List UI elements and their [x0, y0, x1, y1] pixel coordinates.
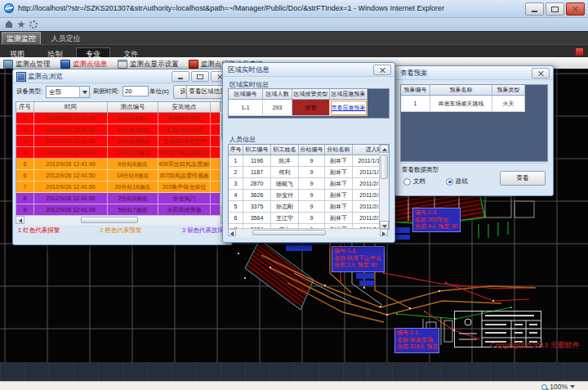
unit-label: 单位(s): [149, 87, 169, 96]
zoom-level: 100%: [550, 383, 568, 390]
plan-view-panel: 查看预案 预案编号预案名称预案类型 1 井底车场避灾路线 火灾 查看数据类型 文…: [394, 65, 554, 196]
region-tooltip-pit-bottom: 编号:1-1 名称:井底车场 当前:318人 预定:: [394, 328, 439, 353]
scroll-left-icon[interactable]: [230, 231, 234, 236]
table-row[interactable]: 22012/9/26 12:41:5013分站7测点主扇2号机开停开: [16, 124, 230, 136]
region-alarm-badge: 报警: [292, 100, 330, 116]
area-realtime-panel: 区域实时信息 区域实时信息 区域编号区域人数 区域报警类型区域应急预案 1-1 …: [222, 62, 395, 243]
scroll-left-icon[interactable]: [19, 218, 22, 223]
chevron-down-icon[interactable]: [79, 87, 89, 97]
copyright-text: Copyright@2013 元图软件: [490, 340, 580, 351]
legend-alarm: 1 红色代表报警: [18, 226, 60, 235]
device-type-label: 设备类型:: [16, 87, 42, 96]
table-row[interactable]: 11196陈洋9副井下2011/1/10 10:0: [229, 155, 389, 167]
refresh-time-label: 刷新时间:: [93, 87, 119, 96]
table-row[interactable]: 21187何利9副井下2011/1/24 9:1: [229, 167, 389, 178]
panel-close-button[interactable]: [373, 65, 391, 75]
region-row[interactable]: 1-1 293 报警 查看应急预案: [229, 100, 389, 116]
table-row[interactable]: 92012/9/26 12:41:495分站7测点火药库报警器烟: [16, 204, 230, 216]
ie-icon: [4, 3, 14, 13]
close-icon: [538, 71, 543, 76]
scroll-right-icon[interactable]: [382, 231, 385, 236]
plan-row[interactable]: 1 井底车场避灾路线 火灾: [401, 96, 547, 112]
browser-toolbar: [0, 18, 588, 31]
table-row[interactable]: 43626孙宝付9副井下2011/2/22 8:3: [229, 190, 389, 201]
restore-button[interactable]: [546, 2, 564, 16]
table-row[interactable]: 62012/9/26 12:41:5014分站9测点307回风温度传感器温: [16, 170, 230, 182]
horizontal-scrollbar[interactable]: [228, 228, 388, 237]
table-row[interactable]: 12012/9/26 12:41:4911分站3测点井底煤仓煤位煤: [16, 113, 230, 124]
browser-title: http://localhost/?str=/SZKS201307&strAut…: [18, 4, 444, 12]
monitor-panel-titlebar[interactable]: 监测点浏览: [13, 69, 232, 83]
region-table: 区域编号区域人数 区域报警类型区域应急预案 1-1 293 报警 查看应急预案: [228, 88, 390, 119]
settings-gear-icon[interactable]: [29, 20, 38, 29]
view-emergency-plan-link[interactable]: 查看应急预案: [330, 100, 368, 116]
area-panel-title: 区域实时信息: [228, 65, 270, 75]
panel-minimize-button[interactable]: [172, 71, 189, 82]
region-tooltip-202: 编号:2-3 名称:202采区 当前:4人 预定:30: [412, 208, 461, 232]
table-row[interactable]: 63564王江宁9副井下2011/2/24 1:2: [229, 213, 389, 224]
refresh-time-input[interactable]: [122, 86, 149, 96]
table-row[interactable]: 42012/9/26 12:41:4921分站15测点410动力电源风机开停开: [16, 147, 230, 159]
browser-titlebar: http://localhost/?str=/SZKS201307&strAut…: [0, 0, 588, 18]
radio-icon: [403, 178, 411, 186]
plan-panel-title: 查看预案: [400, 69, 428, 78]
radio-selected-icon: [446, 178, 453, 186]
zoom-control[interactable]: 100%: [541, 383, 575, 390]
personnel-table: 序号职工编号 职工姓名分站编号 分站名称进入时间 11196陈洋9副井下2011…: [228, 144, 390, 230]
panel-maximize-button[interactable]: [191, 71, 209, 82]
radio-route[interactable]: 路线: [446, 177, 468, 186]
zoom-dropdown-icon[interactable]: [570, 385, 575, 388]
panel-close-button[interactable]: [532, 68, 550, 78]
device-type-select[interactable]: 全部: [46, 86, 90, 98]
monitor-table-header: 序号时间 测点编号安装地点 名: [16, 102, 230, 113]
monitor-point-table: 序号时间 测点编号安装地点 名 12012/9/26 12:41:4911分站3…: [16, 101, 231, 217]
monitor-point-manage-button[interactable]: 监测点管理: [0, 58, 54, 69]
table-row[interactable]: 32012/9/26 12:41:5013分站8测点主扇风2号机开停开: [16, 136, 230, 147]
legend-fault: 3 紫色代表故障: [182, 226, 224, 235]
table-row[interactable]: 53375孙志刚9副井下2011/2/22 9:0: [229, 201, 389, 213]
table-row[interactable]: 52012/9/26 12:41:496分站6测点409采区回风温度测试温: [16, 159, 230, 170]
screen: http://localhost/?str=/SZKS201307&strAut…: [0, 0, 588, 390]
close-icon: [573, 7, 578, 11]
personnel-group-label: 人员信息: [229, 135, 256, 144]
window-icon: [118, 60, 127, 69]
status-color-legend: 1 红色代表报警 2 橙色代表预警 3 紫色代表故障: [18, 226, 224, 235]
scroll-up-icon[interactable]: [382, 148, 387, 151]
table-row[interactable]: 32870陆晓飞9副井下2011/2/19 1:0: [229, 178, 389, 190]
home-icon[interactable]: [5, 20, 13, 29]
close-button[interactable]: [566, 2, 585, 16]
plan-panel-titlebar[interactable]: 查看预案: [395, 66, 553, 80]
minimize-button[interactable]: [525, 2, 544, 16]
radio-document[interactable]: 文档: [403, 177, 425, 186]
database-icon: [60, 60, 70, 69]
canvas-margin: [0, 362, 588, 381]
vertical-scrollbar[interactable]: [379, 145, 389, 229]
view-button[interactable]: 查看: [500, 171, 546, 186]
data-type-label: 查看数据类型: [402, 166, 439, 174]
plan-table: 预案编号预案名称预案类型 1 井底车场避灾路线 火灾: [400, 84, 548, 162]
monitor-panel-title: 监测点浏览: [28, 72, 63, 82]
scrollbar-thumb[interactable]: [252, 230, 326, 235]
scroll-down-icon[interactable]: [382, 225, 387, 228]
scrollbar-thumb[interactable]: [81, 217, 138, 223]
favorites-icon[interactable]: [17, 20, 25, 29]
alarm-icon: [189, 60, 198, 69]
table-row[interactable]: 82012/9/26 12:41:502分站5测点水仓风门风: [16, 193, 230, 204]
alert-badge-icon[interactable]: [575, 47, 584, 56]
panel-grid-icon: [16, 72, 26, 82]
monitor-point-display-settings-button[interactable]: 监测点显示设置: [114, 58, 182, 69]
status-bar: 100%: [0, 381, 588, 390]
legend-warning: 2 橙色代表预警: [100, 226, 141, 235]
magnifier-icon: [541, 384, 547, 390]
table-row[interactable]: 72012/9/26 12:41:5020分站16测点203集中煤仓煤位煤: [16, 182, 230, 193]
menu-bar: 视图 绘制 专业 文件: [0, 44, 588, 58]
region-tooltip-track-incline: 编号:1-6 名称:轨道下山平台 当前:2人 预定:30: [332, 246, 385, 272]
manage-icon: [3, 60, 13, 69]
horizontal-scrollbar[interactable]: [16, 215, 229, 225]
monitor-point-info-button[interactable]: 监测点信息: [57, 58, 111, 69]
monitor-point-panel: 监测点浏览 设备类型: 全部 刷新时间: 单位(s) 设置 查看区域信息 序号时…: [12, 69, 233, 245]
area-panel-titlebar[interactable]: 区域实时信息: [223, 63, 394, 77]
scrollbar-thumb[interactable]: [381, 155, 388, 179]
app-header: 监测监控 人员定位: [0, 31, 588, 45]
close-icon: [380, 68, 385, 73]
